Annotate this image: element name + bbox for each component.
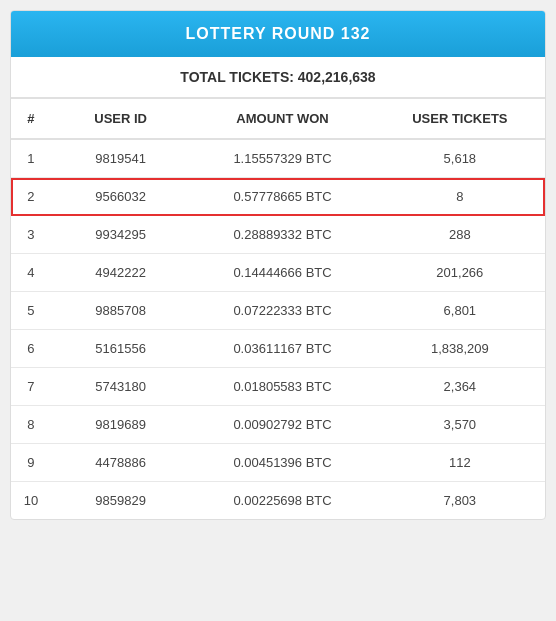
cell-userid: 9566032 bbox=[51, 178, 190, 216]
cell-tickets: 5,618 bbox=[375, 139, 545, 178]
cell-amount: 0.28889332 BTC bbox=[190, 216, 374, 254]
header-banner: LOTTERY ROUND 132 bbox=[11, 11, 545, 57]
table-row: 944788860.00451396 BTC112 bbox=[11, 444, 545, 482]
cell-userid: 9885708 bbox=[51, 292, 190, 330]
table-row: 198195411.15557329 BTC5,618 bbox=[11, 139, 545, 178]
cell-amount: 0.00225698 BTC bbox=[190, 482, 374, 520]
cell-userid: 5161556 bbox=[51, 330, 190, 368]
cell-userid: 4478886 bbox=[51, 444, 190, 482]
cell-userid: 5743180 bbox=[51, 368, 190, 406]
table-row: 295660320.57778665 BTC8 bbox=[11, 178, 545, 216]
cell-userid: 9819541 bbox=[51, 139, 190, 178]
cell-amount: 0.07222333 BTC bbox=[190, 292, 374, 330]
cell-userid: 9859829 bbox=[51, 482, 190, 520]
cell-tickets: 6,801 bbox=[375, 292, 545, 330]
cell-amount: 0.00902792 BTC bbox=[190, 406, 374, 444]
page-title: LOTTERY ROUND 132 bbox=[185, 25, 370, 42]
cell-amount: 0.00451396 BTC bbox=[190, 444, 374, 482]
table-row: 598857080.07222333 BTC6,801 bbox=[11, 292, 545, 330]
main-container: LOTTERY ROUND 132 TOTAL TICKETS: 402,216… bbox=[10, 10, 546, 520]
cell-rank: 2 bbox=[11, 178, 51, 216]
cell-rank: 7 bbox=[11, 368, 51, 406]
col-header-tickets: USER TICKETS bbox=[375, 99, 545, 140]
cell-rank: 3 bbox=[11, 216, 51, 254]
cell-userid: 9934295 bbox=[51, 216, 190, 254]
table-row: 898196890.00902792 BTC3,570 bbox=[11, 406, 545, 444]
table-row: 399342950.28889332 BTC288 bbox=[11, 216, 545, 254]
table-row: 651615560.03611167 BTC1,838,209 bbox=[11, 330, 545, 368]
cell-tickets: 288 bbox=[375, 216, 545, 254]
cell-amount: 0.01805583 BTC bbox=[190, 368, 374, 406]
cell-rank: 6 bbox=[11, 330, 51, 368]
cell-rank: 1 bbox=[11, 139, 51, 178]
table-header-row: # USER ID AMOUNT WON USER TICKETS bbox=[11, 99, 545, 140]
cell-amount: 0.57778665 BTC bbox=[190, 178, 374, 216]
cell-rank: 9 bbox=[11, 444, 51, 482]
results-table: # USER ID AMOUNT WON USER TICKETS 198195… bbox=[11, 98, 545, 519]
col-header-rank: # bbox=[11, 99, 51, 140]
cell-amount: 0.14444666 BTC bbox=[190, 254, 374, 292]
total-tickets-summary: TOTAL TICKETS: 402,216,638 bbox=[11, 57, 545, 98]
cell-tickets: 2,364 bbox=[375, 368, 545, 406]
table-row: 449422220.14444666 BTC201,266 bbox=[11, 254, 545, 292]
cell-tickets: 112 bbox=[375, 444, 545, 482]
col-header-amount: AMOUNT WON bbox=[190, 99, 374, 140]
cell-amount: 0.03611167 BTC bbox=[190, 330, 374, 368]
cell-userid: 9819689 bbox=[51, 406, 190, 444]
cell-tickets: 7,803 bbox=[375, 482, 545, 520]
cell-tickets: 1,838,209 bbox=[375, 330, 545, 368]
cell-tickets: 8 bbox=[375, 178, 545, 216]
table-row: 757431800.01805583 BTC2,364 bbox=[11, 368, 545, 406]
cell-userid: 4942222 bbox=[51, 254, 190, 292]
cell-amount: 1.15557329 BTC bbox=[190, 139, 374, 178]
cell-tickets: 201,266 bbox=[375, 254, 545, 292]
cell-rank: 5 bbox=[11, 292, 51, 330]
cell-rank: 4 bbox=[11, 254, 51, 292]
col-header-userid: USER ID bbox=[51, 99, 190, 140]
table-row: 1098598290.00225698 BTC7,803 bbox=[11, 482, 545, 520]
cell-tickets: 3,570 bbox=[375, 406, 545, 444]
cell-rank: 10 bbox=[11, 482, 51, 520]
cell-rank: 8 bbox=[11, 406, 51, 444]
